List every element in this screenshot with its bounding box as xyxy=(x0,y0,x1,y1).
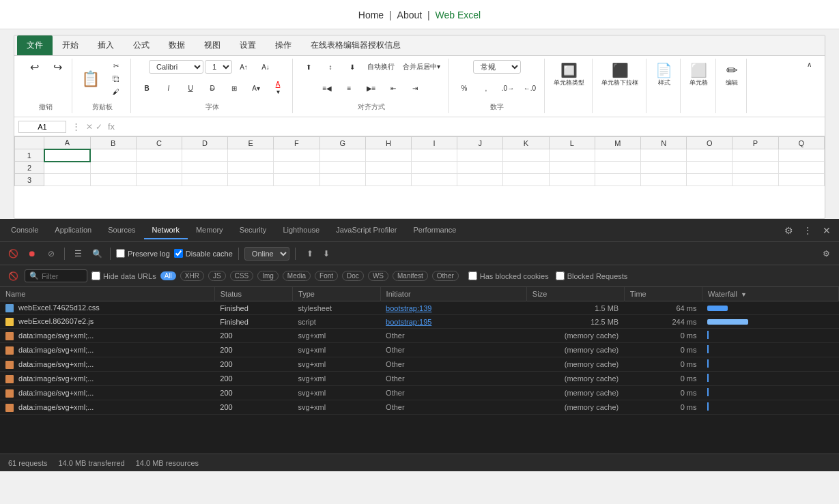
tab-performance[interactable]: Performance xyxy=(405,222,464,239)
cell-e3[interactable] xyxy=(228,174,274,186)
cell-l3[interactable] xyxy=(549,174,595,186)
filter-tag-css[interactable]: CSS xyxy=(230,271,254,281)
tab-start[interactable]: 开始 xyxy=(53,35,88,55)
increase-font-button[interactable]: A↑ xyxy=(233,61,254,73)
table-row[interactable]: data:image/svg+xml;... 200 svg+xml Other… xyxy=(0,400,839,415)
indent-decrease-button[interactable]: ⇤ xyxy=(383,83,403,94)
cell-c3[interactable] xyxy=(136,174,182,186)
col-o[interactable]: O xyxy=(687,137,733,149)
cell-d3[interactable] xyxy=(182,174,227,186)
cell-f3[interactable] xyxy=(274,174,319,186)
cell-o3[interactable] xyxy=(687,174,733,186)
bold-button[interactable]: B xyxy=(137,83,157,94)
italic-button[interactable]: I xyxy=(158,83,179,94)
border-button[interactable]: ⊞ xyxy=(224,83,244,94)
cell-g2[interactable] xyxy=(319,162,365,174)
col-q[interactable]: Q xyxy=(778,137,824,149)
cell-h1[interactable] xyxy=(365,149,411,162)
cell-i2[interactable] xyxy=(411,162,457,174)
webexcel-link[interactable]: Web Excel xyxy=(436,10,481,20)
col-header-waterfall[interactable]: Waterfall ▼ xyxy=(702,287,838,301)
col-header-type[interactable]: Type xyxy=(293,287,381,301)
increase-decimal-button[interactable]: .0→ xyxy=(498,83,518,94)
strikethrough-button[interactable]: D xyxy=(202,83,223,94)
formula-input[interactable] xyxy=(120,123,821,131)
filter-tag-js[interactable]: JS xyxy=(208,271,226,281)
cell-p2[interactable] xyxy=(733,162,778,174)
col-header-name[interactable]: Name xyxy=(0,287,214,301)
more-options-icon-btn[interactable]: ⋮ xyxy=(798,221,817,240)
col-k[interactable]: K xyxy=(503,137,549,149)
col-g[interactable]: G xyxy=(319,137,365,149)
table-row[interactable]: webExcel.74625d12.css Finished styleshee… xyxy=(0,301,839,315)
tab-auth[interactable]: 在线表格编辑器授权信息 xyxy=(301,35,410,55)
indent-increase-button[interactable]: ⇥ xyxy=(405,83,425,94)
settings-icon-btn[interactable]: ⚙ xyxy=(779,221,798,240)
copy-button[interactable]: ⿻ xyxy=(106,73,126,85)
col-a[interactable]: A xyxy=(44,137,90,149)
table-row[interactable]: webExcel.862607e2.js Finished script boo… xyxy=(0,315,839,329)
cell-i3[interactable] xyxy=(411,174,457,186)
cell-a2[interactable] xyxy=(44,162,90,174)
export-har-icon-btn[interactable]: ⬇ xyxy=(319,246,334,261)
wrap-text-button[interactable]: 自动换行 xyxy=(364,60,398,74)
decrease-decimal-button[interactable]: ←.0 xyxy=(520,83,540,94)
tab-formula[interactable]: 公式 xyxy=(124,35,159,55)
cell-initiator[interactable]: bootstrap:139 xyxy=(380,301,526,315)
tab-operation[interactable]: 操作 xyxy=(266,35,301,55)
cell-a3[interactable] xyxy=(44,174,90,186)
font-color-button[interactable]: A▾ xyxy=(268,78,288,98)
formula-confirm-btn[interactable]: ✓ xyxy=(96,122,102,132)
col-m[interactable]: M xyxy=(595,137,640,149)
cell-h2[interactable] xyxy=(365,162,411,174)
font-size-select[interactable]: 11 xyxy=(205,60,232,74)
record-icon-btn[interactable]: ⏺ xyxy=(25,246,40,261)
preserve-log-checkbox[interactable] xyxy=(116,249,125,258)
filter-tag-manifest[interactable]: Manifest xyxy=(393,271,428,281)
search-icon-btn[interactable]: 🔍 xyxy=(89,246,104,261)
tab-sources[interactable]: Sources xyxy=(100,222,143,239)
col-header-time[interactable]: Time xyxy=(624,287,702,301)
comma-button[interactable]: , xyxy=(476,83,496,94)
hide-data-urls-checkbox-label[interactable]: Hide data URLs xyxy=(91,271,156,280)
cell-k2[interactable] xyxy=(503,162,549,174)
cell-j3[interactable] xyxy=(457,174,503,186)
style-button[interactable]: 📄 样式 xyxy=(652,60,676,89)
cell-l1[interactable] xyxy=(549,149,595,162)
align-left-button[interactable]: ≡◀ xyxy=(317,83,338,94)
cell-style-button[interactable]: 🔲 单元格类型 xyxy=(550,60,588,89)
cell-b1[interactable] xyxy=(90,149,136,162)
format-painter-button[interactable]: 🖌 xyxy=(106,86,126,98)
cell-p3[interactable] xyxy=(733,174,778,186)
col-e[interactable]: E xyxy=(228,137,274,149)
home-link[interactable]: Home xyxy=(358,10,384,20)
cell-b3[interactable] xyxy=(90,174,136,186)
paste-button[interactable]: 📋 xyxy=(78,68,103,90)
edit-button[interactable]: ✏ 编辑 xyxy=(722,60,742,89)
cell-f1[interactable] xyxy=(274,149,319,162)
tab-memory[interactable]: Memory xyxy=(188,222,231,239)
filter-tag-all[interactable]: All xyxy=(160,271,176,280)
filter-tag-doc[interactable]: Doc xyxy=(342,271,364,281)
col-header-size[interactable]: Size xyxy=(526,287,624,301)
percent-button[interactable]: % xyxy=(454,83,474,94)
cell-i1[interactable] xyxy=(411,149,457,162)
stop-record-icon-btn[interactable]: ⊘ xyxy=(44,246,59,261)
blocked-requests-label[interactable]: Blocked Requests xyxy=(556,271,628,280)
import-har-icon-btn[interactable]: ⬆ xyxy=(302,246,317,261)
cell-k3[interactable] xyxy=(503,174,549,186)
tab-file[interactable]: 文件 xyxy=(17,35,53,55)
cell-e2[interactable] xyxy=(228,162,274,174)
font-family-select[interactable]: Calibri xyxy=(149,60,203,74)
col-n[interactable]: N xyxy=(641,137,687,149)
tab-network[interactable]: Network xyxy=(144,222,188,239)
col-h[interactable]: H xyxy=(365,137,411,149)
filter-tag-ws[interactable]: WS xyxy=(368,271,388,281)
tab-lighthouse[interactable]: Lighthouse xyxy=(274,222,328,239)
close-devtools-icon-btn[interactable]: ✕ xyxy=(817,221,836,240)
cell-n3[interactable] xyxy=(641,174,687,186)
cell-o1[interactable] xyxy=(687,149,733,162)
redo-button[interactable]: ↪ xyxy=(47,60,68,75)
filter-tag-media[interactable]: Media xyxy=(283,271,311,281)
cell-button[interactable]: ⬜ 单元格 xyxy=(686,60,711,89)
